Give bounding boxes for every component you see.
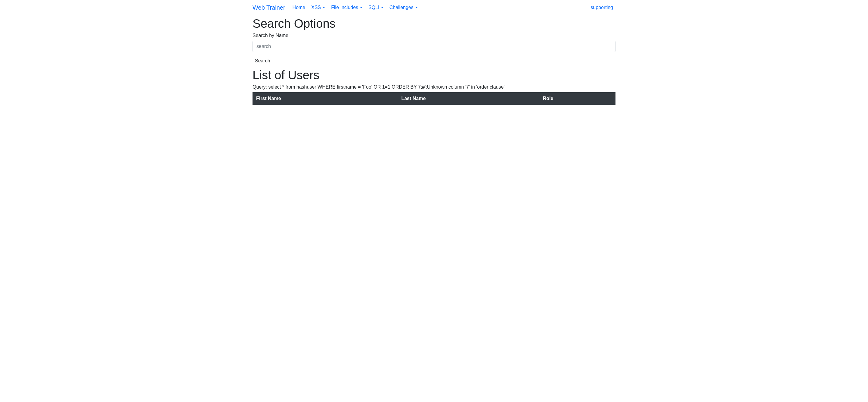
chevron-down-icon (381, 7, 383, 8)
navbar-nav: Home XSS File Includes SQLi Challenges (290, 2, 588, 13)
results-heading: List of Users (252, 68, 616, 82)
nav-link-sqli[interactable]: SQLi (366, 2, 386, 13)
nav-link-challenges[interactable]: Challenges (387, 2, 420, 13)
nav-link-label: SQLi (368, 5, 379, 10)
nav-link-label: File Includes (331, 5, 358, 10)
nav-link-home[interactable]: Home (290, 2, 308, 13)
search-button[interactable]: Search (252, 56, 273, 65)
navbar-brand[interactable]: Web Trainer (252, 3, 285, 12)
query-text: Query: select * from hashuser WHERE firs… (252, 84, 616, 90)
col-role: Role (539, 92, 616, 105)
nav-link-xss[interactable]: XSS (309, 2, 328, 13)
search-heading: Search Options (252, 17, 616, 30)
nav-link-label: XSS (311, 5, 321, 10)
navbar: Web Trainer Home XSS File Includes SQLi (252, 0, 616, 15)
table-header-row: First Name Last Name Role (252, 92, 616, 105)
nav-link-supporting[interactable]: supporting (588, 2, 616, 13)
users-table: First Name Last Name Role (252, 92, 616, 105)
col-last-name: Last Name (398, 92, 539, 105)
nav-link-file-includes[interactable]: File Includes (329, 2, 365, 13)
col-first-name: First Name (252, 92, 398, 105)
main-container: Search Options Search by Name Search Lis… (252, 17, 616, 105)
search-input[interactable] (252, 41, 616, 52)
chevron-down-icon (360, 7, 362, 8)
nav-link-label: Home (292, 5, 306, 10)
search-label: Search by Name (252, 33, 616, 38)
chevron-down-icon (415, 7, 418, 8)
nav-link-label: Challenges (390, 5, 413, 10)
chevron-down-icon (323, 7, 325, 8)
